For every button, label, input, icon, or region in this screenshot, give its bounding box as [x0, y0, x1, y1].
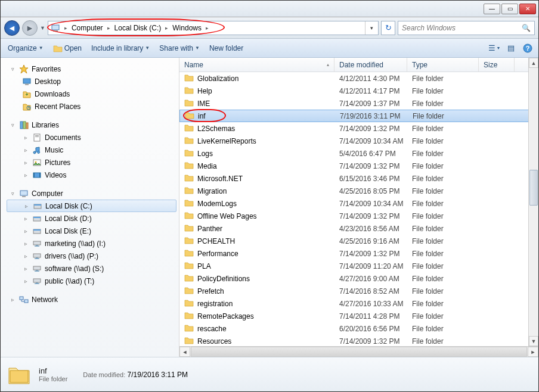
file-row-registration[interactable]: registration4/27/2016 10:33 AMFile folde…: [179, 297, 538, 310]
nav-downloads[interactable]: Downloads: [4, 88, 179, 100]
nav-desktop[interactable]: Desktop: [4, 75, 179, 88]
breadcrumb-windows[interactable]: Windows: [170, 21, 204, 35]
nav-pictures[interactable]: ▹Pictures: [4, 156, 179, 169]
share-with-button[interactable]: Share with▼: [156, 42, 203, 55]
horizontal-scrollbar[interactable]: ◄ ►: [179, 346, 538, 357]
expand-icon[interactable]: ▹: [22, 160, 29, 166]
column-headers[interactable]: Name▴ Date modified Type Size: [179, 58, 538, 72]
network-header[interactable]: ▹ Network: [4, 293, 179, 306]
nav-drive-local-disk-d-[interactable]: ▹Local Disk (D:): [4, 212, 179, 225]
file-row-policydefinitions[interactable]: PolicyDefinitions4/27/2016 9:00 AMFile f…: [179, 272, 538, 285]
file-row-migration[interactable]: Migration4/25/2016 8:05 PMFile folder: [179, 185, 538, 197]
include-in-library-button[interactable]: Include in library▼: [88, 42, 153, 55]
expand-icon[interactable]: ▹: [22, 216, 29, 222]
minimize-button[interactable]: —: [484, 4, 500, 14]
new-folder-button[interactable]: New folder: [206, 42, 247, 55]
file-row-help[interactable]: Help4/12/2011 4:17 PMFile folder: [179, 85, 538, 97]
file-name: LiveKernelReports: [197, 137, 256, 145]
titlebar[interactable]: — ▭ ✕: [1, 1, 538, 17]
breadcrumb-computer[interactable]: Computer: [69, 21, 106, 35]
file-row-resources[interactable]: Resources7/14/2009 1:32 PMFile folder: [179, 335, 538, 346]
file-row-performance[interactable]: Performance7/14/2009 1:32 PMFile folder: [179, 247, 538, 260]
search-input[interactable]: Search Windows 🔍: [398, 21, 535, 35]
history-dropdown-icon[interactable]: ▼: [40, 25, 45, 31]
chevron-right-icon[interactable]: ▸: [163, 25, 170, 31]
nav-drive-drivers-ad-p-[interactable]: ▹drivers (\\ad) (P:): [4, 250, 179, 262]
close-button[interactable]: ✕: [519, 4, 536, 14]
file-row-pchealth[interactable]: PCHEALTH4/25/2016 9:16 AMFile folder: [179, 235, 538, 247]
file-row-prefetch[interactable]: Prefetch7/14/2016 8:52 AMFile folder: [179, 285, 538, 297]
nav-drive-marketing-ad-i-[interactable]: ▹marketing (\\ad) (I:): [4, 237, 179, 250]
scroll-left-icon[interactable]: ◄: [179, 347, 190, 357]
nav-recent-places[interactable]: Recent Places: [4, 100, 179, 113]
libraries-label: Libraries: [32, 121, 59, 129]
nav-drive-local-disk-e-[interactable]: ▹Local Disk (E:): [4, 225, 179, 237]
column-size[interactable]: Size: [479, 58, 515, 71]
file-list[interactable]: Globalization4/12/2011 4:30 PMFile folde…: [179, 72, 538, 346]
file-row-media[interactable]: Media7/14/2009 1:32 PMFile folder: [179, 160, 538, 172]
nav-drive-public-ad-t-[interactable]: ▹public (\\ad) (T:): [4, 275, 179, 287]
scroll-right-icon[interactable]: ►: [528, 347, 538, 357]
scroll-thumb[interactable]: [191, 347, 527, 357]
nav-videos[interactable]: ▹Videos: [4, 169, 179, 181]
nav-documents[interactable]: ▹Documents: [4, 131, 179, 144]
file-row-livekernelreports[interactable]: LiveKernelReports7/14/2009 10:34 AMFile …: [179, 135, 538, 147]
help-button[interactable]: ?: [521, 42, 535, 55]
scroll-up-icon[interactable]: ▲: [529, 58, 538, 68]
collapse-icon[interactable]: ▿: [9, 191, 16, 197]
search-icon[interactable]: 🔍: [522, 24, 531, 32]
file-row-offline-web-pages[interactable]: Offline Web Pages7/14/2009 1:32 PMFile f…: [179, 210, 538, 222]
collapse-icon[interactable]: ▿: [9, 66, 16, 72]
nav-drive-local-disk-c-[interactable]: ▹Local Disk (C:): [7, 200, 176, 212]
chevron-right-icon[interactable]: ▸: [106, 25, 112, 31]
expand-icon[interactable]: ▹: [22, 278, 29, 284]
file-row-ime[interactable]: IME7/14/2009 1:37 PMFile folder: [179, 97, 538, 110]
file-row-microsoft-net[interactable]: Microsoft.NET6/15/2016 3:46 PMFile folde…: [179, 172, 538, 185]
computer-header[interactable]: ▿ Computer: [4, 187, 179, 200]
expand-icon[interactable]: ▹: [22, 228, 29, 234]
collapse-icon[interactable]: ▿: [9, 122, 16, 128]
column-name[interactable]: Name▴: [179, 58, 334, 71]
file-row-globalization[interactable]: Globalization4/12/2011 4:30 PMFile folde…: [179, 72, 538, 85]
file-row-rescache[interactable]: rescache6/20/2016 6:56 PMFile folder: [179, 322, 538, 335]
nav-music[interactable]: ▹Music: [4, 144, 179, 156]
file-row-inf[interactable]: inf7/19/2016 3:11 PMFile folder: [179, 110, 538, 122]
expand-icon[interactable]: ▹: [22, 253, 29, 259]
expand-icon[interactable]: ▹: [22, 172, 29, 178]
maximize-button[interactable]: ▭: [501, 4, 518, 14]
organize-button[interactable]: Organize▼: [4, 42, 47, 55]
preview-pane-button[interactable]: ▤: [504, 42, 518, 55]
expand-icon[interactable]: ▹: [22, 135, 29, 141]
chevron-right-icon[interactable]: ▸: [63, 25, 69, 31]
chevron-right-icon[interactable]: ▸: [204, 25, 210, 31]
column-type[interactable]: Type: [407, 58, 479, 71]
file-row-logs[interactable]: Logs5/4/2016 6:47 PMFile folder: [179, 147, 538, 160]
address-bar[interactable]: ▸ Computer▸Local Disk (C:)▸Windows▸▾: [48, 21, 379, 35]
scroll-track[interactable]: [529, 68, 538, 336]
refresh-button[interactable]: ↻: [381, 21, 395, 35]
navigation-pane[interactable]: ▿ Favorites DesktopDownloadsRecent Place…: [1, 58, 179, 357]
column-date[interactable]: Date modified: [334, 58, 407, 71]
file-row-modemlogs[interactable]: ModemLogs7/14/2009 10:34 AMFile folder: [179, 197, 538, 210]
expand-icon[interactable]: ▹: [9, 297, 16, 303]
file-row-l2schemas[interactable]: L2Schemas7/14/2009 1:32 PMFile folder: [179, 122, 538, 135]
libraries-header[interactable]: ▿ Libraries: [4, 119, 179, 131]
file-row-pla[interactable]: PLA7/14/2009 11:20 AMFile folder: [179, 260, 538, 272]
back-button[interactable]: ◄: [4, 20, 20, 36]
address-dropdown-icon[interactable]: ▾: [365, 21, 378, 35]
breadcrumb-local-disk-c-[interactable]: Local Disk (C:): [112, 21, 164, 35]
expand-icon[interactable]: ▹: [23, 203, 30, 209]
expand-icon[interactable]: ▹: [22, 241, 29, 247]
nav-drive-software-ad-s-[interactable]: ▹software (\\ad) (S:): [4, 262, 179, 275]
expand-icon[interactable]: ▹: [22, 147, 29, 153]
open-button[interactable]: Open: [49, 42, 85, 55]
view-options-button[interactable]: ☰▼: [487, 42, 501, 55]
file-row-panther[interactable]: Panther4/23/2016 8:56 AMFile folder: [179, 222, 538, 235]
scroll-down-icon[interactable]: ▼: [529, 336, 538, 346]
expand-icon[interactable]: ▹: [22, 266, 29, 272]
favorites-header[interactable]: ▿ Favorites: [4, 63, 179, 75]
file-row-remotepackages[interactable]: RemotePackages7/14/2011 4:28 PMFile fold…: [179, 310, 538, 322]
scroll-thumb[interactable]: [529, 170, 538, 206]
forward-button[interactable]: ►: [22, 20, 38, 36]
vertical-scrollbar[interactable]: ▲ ▼: [528, 58, 538, 346]
